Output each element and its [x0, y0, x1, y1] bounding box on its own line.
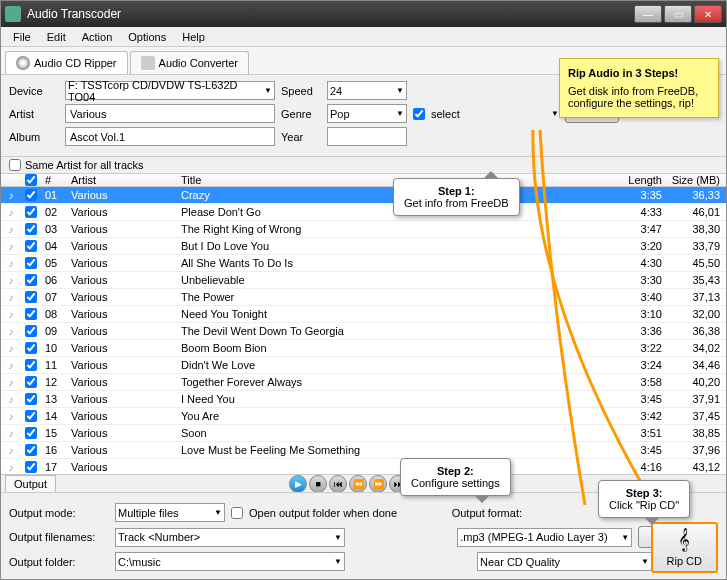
music-note-icon: ♪	[4, 324, 18, 338]
treble-clef-icon: 𝄞	[678, 528, 690, 551]
track-row[interactable]: ♪16VariousLove Must be Feeling Me Someth…	[1, 442, 726, 459]
track-row[interactable]: ♪02VariousPlease Don't Go4:3346,01	[1, 204, 726, 221]
output-tab[interactable]: Output	[5, 475, 56, 492]
track-row[interactable]: ♪05VariousAll She Wants To Do Is4:3045,5…	[1, 255, 726, 272]
year-label: Year	[281, 131, 321, 143]
menu-help[interactable]: Help	[174, 29, 213, 45]
device-combo[interactable]: F: TSSTcorp CD/DVDW TS-L632D TO04▼	[65, 81, 275, 100]
track-row[interactable]: ♪07VariousThe Power3:4037,13	[1, 289, 726, 306]
track-row[interactable]: ♪04VariousBut I Do Love You3:2033,79	[1, 238, 726, 255]
track-row[interactable]: ♪08VariousNeed You Tonight3:1032,00	[1, 306, 726, 323]
chevron-down-icon[interactable]: ▼	[551, 109, 559, 118]
close-button[interactable]: ✕	[694, 5, 722, 23]
play-button[interactable]: ▶	[289, 475, 307, 493]
track-checkbox[interactable]	[25, 359, 37, 371]
menu-edit[interactable]: Edit	[39, 29, 74, 45]
music-note-icon: ♪	[4, 290, 18, 304]
chevron-down-icon: ▼	[334, 557, 342, 566]
menu-file[interactable]: File	[5, 29, 39, 45]
output-quality-combo[interactable]: Near CD Quality▼	[477, 552, 652, 571]
output-filenames-combo[interactable]: Track <Number>▼	[115, 528, 345, 547]
track-row[interactable]: ♪09VariousThe Devil Went Down To Georgia…	[1, 323, 726, 340]
track-checkbox[interactable]	[25, 189, 37, 201]
stop-button[interactable]: ■	[309, 475, 327, 493]
track-row[interactable]: ♪10VariousBoom Boom Bion3:2234,02	[1, 340, 726, 357]
track-row[interactable]: ♪01VariousCrazy3:3536,33	[1, 187, 726, 204]
track-row[interactable]: ♪13VariousI Need You3:4537,91	[1, 391, 726, 408]
open-folder-checkbox[interactable]	[231, 507, 243, 519]
cd-icon	[16, 56, 30, 70]
output-mode-label: Output mode:	[9, 507, 109, 519]
year-input[interactable]	[327, 127, 407, 146]
track-checkbox[interactable]	[25, 325, 37, 337]
track-checkbox[interactable]	[25, 376, 37, 388]
select-checkbox[interactable]	[413, 108, 425, 120]
artist-label: Artist	[9, 108, 59, 120]
track-checkbox[interactable]	[25, 393, 37, 405]
forward-button[interactable]: ⏩	[369, 475, 387, 493]
track-row[interactable]: ♪03VariousThe Right King of Wrong3:4738,…	[1, 221, 726, 238]
speed-combo[interactable]: 24▼	[327, 81, 407, 100]
track-checkbox[interactable]	[25, 240, 37, 252]
track-checkbox[interactable]	[25, 444, 37, 456]
select-label: select	[431, 108, 460, 120]
output-format-combo[interactable]: .mp3 (MPEG-1 Audio Layer 3)▼	[457, 528, 632, 547]
track-checkbox[interactable]	[25, 257, 37, 269]
music-note-icon: ♪	[4, 256, 18, 270]
tooltip-step3: Step 3: Click "Rip CD"	[598, 480, 690, 518]
sticky-body: Get disk info from FreeDB, configure the…	[568, 85, 710, 109]
tooltip-step2: Step 2: Configure settings	[400, 458, 511, 496]
track-checkbox[interactable]	[25, 206, 37, 218]
track-checkbox[interactable]	[25, 461, 37, 473]
chevron-down-icon: ▼	[214, 508, 222, 517]
album-input[interactable]	[65, 127, 275, 146]
tab-audio-converter[interactable]: Audio Converter	[130, 51, 250, 74]
rip-cd-button[interactable]: 𝄞 Rip CD	[651, 522, 718, 573]
minimize-button[interactable]: —	[634, 5, 662, 23]
sticky-title: Rip Audio in 3 Steps!	[568, 67, 710, 79]
track-row[interactable]: ♪14VariousYou Are3:4237,45	[1, 408, 726, 425]
open-folder-label: Open output folder when done	[249, 507, 397, 519]
menubar: FileEditActionOptionsHelp	[1, 27, 726, 47]
music-note-icon: ♪	[4, 375, 18, 389]
track-checkbox[interactable]	[25, 410, 37, 422]
music-note-icon: ♪	[4, 239, 18, 253]
track-checkbox[interactable]	[25, 274, 37, 286]
track-checkbox[interactable]	[25, 223, 37, 235]
album-label: Album	[9, 131, 59, 143]
menu-options[interactable]: Options	[120, 29, 174, 45]
track-checkbox[interactable]	[25, 342, 37, 354]
menu-action[interactable]: Action	[74, 29, 121, 45]
prev-button[interactable]: ⏮	[329, 475, 347, 493]
chevron-down-icon: ▼	[396, 109, 404, 118]
output-mode-combo[interactable]: Multiple files▼	[115, 503, 225, 522]
track-checkbox[interactable]	[25, 427, 37, 439]
chevron-down-icon: ▼	[334, 533, 342, 542]
artist-input[interactable]	[65, 104, 275, 123]
track-row[interactable]: ♪15VariousSoon3:5138,85	[1, 425, 726, 442]
track-row[interactable]: ♪12VariousTogether Forever Always3:5840,…	[1, 374, 726, 391]
music-note-icon: ♪	[4, 409, 18, 423]
output-folder-combo[interactable]: C:\music▼	[115, 552, 345, 571]
col-num[interactable]: #	[41, 174, 67, 186]
genre-label: Genre	[281, 108, 321, 120]
music-note-icon: ♪	[4, 307, 18, 321]
col-size[interactable]: Size (MB)	[668, 174, 726, 186]
track-checkbox[interactable]	[25, 291, 37, 303]
same-artist-checkbox[interactable]	[9, 159, 21, 171]
window-title: Audio Transcoder	[27, 7, 634, 21]
track-row[interactable]: ♪06VariousUnbelievable3:3035,43	[1, 272, 726, 289]
genre-combo[interactable]: Pop▼	[327, 104, 407, 123]
track-row[interactable]: ♪17Various4:1643,12	[1, 459, 726, 474]
tab-audio-cd-ripper[interactable]: Audio CD Ripper	[5, 51, 128, 74]
maximize-button[interactable]: ▭	[664, 5, 692, 23]
rewind-button[interactable]: ⏪	[349, 475, 367, 493]
col-length[interactable]: Length	[618, 174, 668, 186]
col-artist[interactable]: Artist	[67, 174, 177, 186]
device-label: Device	[9, 85, 59, 97]
music-note-icon: ♪	[4, 358, 18, 372]
output-filenames-label: Output filenames:	[9, 531, 109, 543]
track-checkbox[interactable]	[25, 308, 37, 320]
track-row[interactable]: ♪11VariousDidn't We Love3:2434,46	[1, 357, 726, 374]
select-all-checkbox[interactable]	[25, 174, 37, 186]
